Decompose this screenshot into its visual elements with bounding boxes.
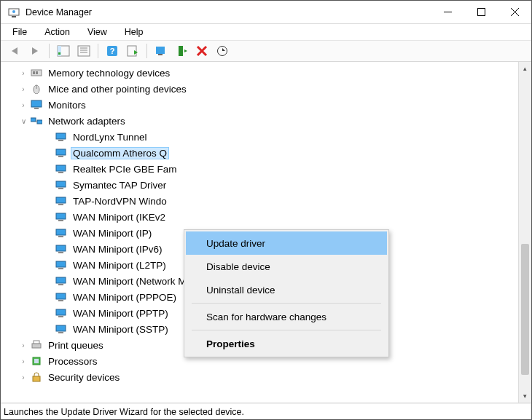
scroll-thumb[interactable] [521, 244, 529, 375]
menu-file[interactable]: File [5, 25, 34, 39]
maximize-button[interactable] [464, 1, 498, 24]
expand-chevron-icon[interactable]: › [18, 341, 28, 349]
svg-marker-8 [32, 47, 38, 55]
category-label: Network adapters [46, 115, 128, 127]
tree-category[interactable]: ›Mice and other pointing devices [4, 81, 518, 97]
tree-device-item[interactable]: ›Symantec TAP Driver [4, 177, 518, 193]
minimize-button[interactable] [431, 1, 464, 24]
svg-rect-61 [58, 316, 63, 317]
status-bar: Launches the Update Driver Wizard for th… [1, 403, 531, 419]
close-button[interactable] [498, 1, 531, 24]
scan-hardware-button[interactable] [213, 42, 232, 60]
back-button[interactable] [5, 42, 24, 60]
tree-category[interactable]: ›Monitors [4, 97, 518, 113]
context-menu-item[interactable]: Scan for hardware changes [186, 305, 387, 328]
tree-device-item[interactable]: ›Qualcomm Atheros Q [4, 145, 518, 161]
toolbar-separator [49, 44, 50, 58]
device-label: WAN Miniport (PPTP) [71, 307, 171, 320]
expand-chevron-icon[interactable]: › [18, 357, 28, 365]
svg-rect-36 [37, 120, 42, 124]
menu-view[interactable]: View [80, 25, 114, 39]
enable-device-button[interactable] [172, 42, 191, 60]
svg-rect-12 [78, 46, 90, 56]
svg-rect-40 [56, 149, 66, 155]
svg-rect-56 [56, 277, 66, 283]
tree-device-item[interactable]: ›WAN Miniport (IKEv2 [4, 209, 518, 225]
update-driver-button[interactable] [152, 42, 171, 60]
tree-category[interactable]: ∨Network adapters [4, 113, 518, 129]
expand-chevron-icon[interactable]: › [18, 101, 28, 109]
titlebar: Device Manager [1, 1, 531, 24]
scroll-down-button[interactable]: ▾ [519, 389, 531, 403]
tree-category[interactable]: ›Security devices [4, 369, 518, 385]
svg-rect-33 [31, 100, 42, 107]
network-adapter-icon [55, 291, 68, 303]
device-label: WAN Miniport (IKEv2 [71, 211, 168, 223]
network-adapter-icon [55, 179, 68, 191]
svg-rect-53 [58, 252, 63, 253]
svg-rect-67 [34, 359, 39, 363]
svg-rect-62 [56, 325, 66, 331]
expand-chevron-icon[interactable]: › [18, 69, 28, 77]
context-menu-item[interactable]: Disable device [186, 255, 387, 278]
svg-rect-29 [33, 71, 35, 74]
vertical-scrollbar[interactable]: ▴ ▾ [518, 62, 531, 403]
category-label: Monitors [46, 99, 88, 111]
network-adapter-icon [55, 307, 68, 319]
svg-rect-38 [56, 133, 66, 139]
svg-rect-11 [58, 52, 60, 55]
context-menu-separator [192, 303, 381, 304]
svg-rect-35 [31, 118, 36, 122]
toolbar-separator [98, 44, 98, 58]
expand-chevron-icon[interactable]: › [18, 373, 28, 381]
context-menu-item[interactable]: Uninstall device [186, 278, 387, 301]
app-icon [8, 7, 20, 18]
svg-rect-49 [58, 220, 63, 221]
device-label: Realtek PCIe GBE Fam [71, 163, 179, 175]
forward-button[interactable] [26, 42, 44, 60]
svg-rect-64 [32, 344, 41, 348]
svg-rect-68 [33, 376, 40, 381]
expand-chevron-icon[interactable]: ∨ [18, 117, 28, 125]
toolbar-properties-button[interactable] [74, 42, 93, 60]
context-menu-item[interactable]: Update driver [186, 231, 387, 255]
show-hide-tree-button[interactable] [54, 42, 73, 60]
category-label: Memory technology devices [46, 67, 172, 79]
scroll-up-button[interactable]: ▴ [519, 62, 531, 75]
tree-device-item[interactable]: ›TAP-NordVPN Windo [4, 193, 518, 209]
status-text: Launches the Update Driver Wizard for th… [4, 407, 244, 417]
menu-help[interactable]: Help [117, 25, 151, 39]
device-label: Symantec TAP Driver [71, 179, 168, 191]
category-label: Processors [46, 355, 100, 368]
tree-category[interactable]: ›Memory technology devices [4, 65, 518, 81]
context-menu-item[interactable]: Properties [186, 332, 387, 355]
svg-rect-50 [56, 229, 66, 235]
svg-rect-20 [156, 47, 165, 54]
svg-rect-42 [56, 165, 66, 171]
context-menu-separator [192, 330, 381, 330]
svg-rect-45 [58, 188, 63, 189]
svg-text:?: ? [110, 47, 115, 55]
uninstall-device-button[interactable] [192, 42, 211, 60]
svg-rect-39 [58, 140, 63, 141]
svg-rect-58 [56, 293, 66, 299]
category-label: Print queues [46, 339, 106, 352]
category-label: Mice and other pointing devices [46, 83, 189, 95]
category-icon [30, 115, 43, 127]
network-adapter-icon [55, 163, 68, 175]
svg-marker-27 [222, 48, 225, 51]
svg-rect-51 [58, 236, 63, 237]
toolbar-action-button[interactable] [123, 42, 142, 60]
toolbar: ? [1, 40, 531, 62]
tree-device-item[interactable]: ›Realtek PCIe GBE Fam [4, 161, 518, 177]
device-label: TAP-NordVPN Windo [71, 195, 169, 207]
network-adapter-icon [55, 323, 68, 335]
tree-device-item[interactable]: ›NordLynx Tunnel [4, 129, 518, 145]
window-controls [431, 1, 531, 24]
device-label: NordLynx Tunnel [71, 131, 149, 143]
category-label: Security devices [46, 371, 122, 384]
expand-chevron-icon[interactable]: › [18, 85, 28, 93]
svg-rect-1 [12, 16, 16, 17]
menu-action[interactable]: Action [37, 25, 77, 39]
help-button[interactable]: ? [103, 42, 122, 60]
